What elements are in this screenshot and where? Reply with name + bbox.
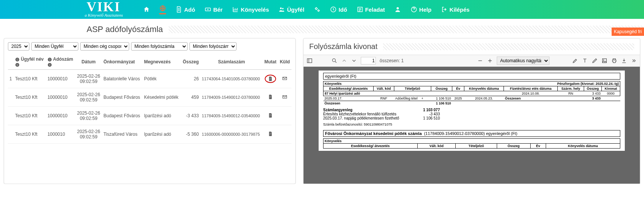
page-number-input[interactable] [361, 57, 376, 64]
svg-point-13 [48, 58, 52, 61]
svg-point-9 [397, 7, 399, 9]
th-ugyfel[interactable]: Ügyfél név [14, 54, 46, 70]
th-megn[interactable]: Megnevezés [142, 54, 181, 70]
svg-rect-19 [603, 59, 607, 63]
clock-icon [330, 6, 337, 13]
penzforgalom-label: Pénzforgalom (kivonat: 2025.02.24.-ig) [557, 82, 619, 86]
cell-kuld [278, 107, 291, 125]
col-osszeg: Összeg [431, 86, 452, 91]
kapuseged-badge[interactable]: Kapusegéd fri [612, 28, 644, 36]
search-icon[interactable] [331, 58, 337, 64]
table-row[interactable]: Teszt10 Kft10000102025-02-2609:02:59Tisz… [8, 125, 291, 144]
table-row[interactable]: 1Teszt10 Kft100000102025-02-2609:02:59Ba… [8, 70, 291, 88]
records-table: Ügyfél név Adószám Dátum Önkormányzat Me… [8, 54, 291, 144]
text-icon[interactable] [582, 58, 588, 64]
cell-datum: 2025-02-2609:02:59 [75, 125, 102, 144]
more-icon[interactable] [631, 58, 637, 64]
th-datum[interactable]: Dátum [75, 54, 102, 70]
account2-header: Fővárosi Önkormányzat késedelmi pótlék s… [323, 130, 620, 137]
help-icon [411, 6, 417, 13]
col-valt: Vált. kód [374, 86, 394, 91]
globe-icon [159, 5, 166, 12]
filter-row: 2025 Minden Ügyfél Minden cég csoport Mi… [8, 42, 291, 51]
svg-point-4 [282, 8, 284, 9]
cell-idx [8, 88, 14, 107]
mail-icon[interactable] [282, 94, 287, 100]
cell-megn: Késedelmi pótlék [142, 88, 181, 107]
cell-osszeg: 459 [181, 88, 200, 107]
cell-adoszam: 10000010 [46, 88, 75, 107]
cell-idx [8, 125, 14, 144]
cell-szamla: 11784009-15490012-03780000 [200, 88, 263, 107]
cell-osszeg: -5 360 [181, 125, 200, 144]
document-icon[interactable] [268, 113, 273, 118]
filter-cegsoport[interactable]: Minden cég csoport [80, 42, 129, 51]
svg-point-2 [208, 9, 209, 10]
filter-ugyfel[interactable]: Minden Ügyfél [31, 42, 78, 51]
cell-datum: 2025-02-2609:02:59 [75, 70, 102, 88]
image-icon[interactable] [601, 58, 607, 64]
nav-ugyfel[interactable]: Ügyfél [278, 6, 304, 13]
zoom-in-icon[interactable] [487, 58, 493, 64]
svg-point-12 [15, 63, 19, 67]
cell-osszeg: 26 [181, 70, 200, 88]
nav-settings[interactable] [314, 6, 320, 13]
nav-ado[interactable]: Adó [175, 6, 195, 13]
nav-feladat-label: Feladat [365, 6, 385, 13]
th-index [8, 54, 14, 70]
filter-year[interactable]: 2025 [8, 42, 29, 51]
logo-subtitle: a Könyvelő Asszisztens [85, 13, 123, 17]
document-icon[interactable] [268, 131, 273, 136]
table-row[interactable]: Teszt10 Kft100000102025-02-2609:02:59Bud… [8, 107, 291, 125]
zoom-select[interactable]: Automatikus nagyítás [497, 57, 549, 65]
nav-ido[interactable]: Idő [330, 6, 347, 13]
document-icon[interactable] [268, 94, 273, 100]
pdf-viewport[interactable]: egyenlegéről (Ft) Könyvelés Pénzforgalom… [304, 67, 640, 184]
print-icon[interactable] [611, 58, 617, 64]
th-szamla[interactable]: Számlaszám [200, 54, 263, 70]
nav-ber[interactable]: Bér [204, 6, 223, 13]
filter-folyoszamla-2[interactable]: Minden folyószámla [189, 42, 237, 51]
user-icon [394, 6, 401, 13]
svg-point-6 [318, 10, 319, 11]
sidebar-toggle-icon[interactable] [307, 58, 313, 64]
nav-feladat[interactable]: Feladat [357, 6, 385, 13]
th-onk[interactable]: Önkormányzat [102, 54, 143, 70]
page-total: összesen: 1 [380, 58, 404, 63]
nav-globe[interactable] [159, 5, 166, 14]
cell-onk: Balatonlelle Város [102, 70, 143, 88]
cell-ugyfel: Teszt10 Kft [14, 125, 46, 144]
highlight-icon[interactable] [572, 58, 578, 64]
nav-home[interactable] [143, 6, 150, 13]
cell-megn: Iparűzési adó [142, 107, 181, 125]
nav-user[interactable] [394, 6, 401, 13]
document-icon[interactable] [268, 76, 273, 81]
col-esed: Esedékesség/ átvezetés [324, 86, 374, 91]
filter-folyoszamla-1[interactable]: Minden folyószámla [131, 42, 188, 51]
nav-logout[interactable]: Kilépés [441, 6, 470, 13]
th-osszeg[interactable]: Összeg [181, 54, 200, 70]
mail-icon[interactable] [282, 76, 287, 81]
download-icon[interactable] [621, 58, 627, 64]
table-row[interactable]: Teszt10 Kft100000102025-02-2609:02:59Bud… [8, 88, 291, 107]
cell-mutat [263, 88, 278, 107]
cell-ugyfel: Teszt10 Kft [14, 107, 46, 125]
svg-point-18 [333, 59, 336, 62]
draw-icon[interactable] [592, 58, 598, 64]
chevron-down-icon[interactable] [351, 58, 357, 64]
th-adoszam[interactable]: Adószám [46, 54, 75, 70]
logo-text: VIKI [87, 0, 123, 14]
cell-osszeg: -3 433 [181, 107, 200, 125]
svg-point-5 [316, 8, 317, 10]
nav-konyveles[interactable]: Könyvelés [232, 6, 269, 13]
cell-adoszam: 10000010 [46, 107, 75, 125]
chevron-up-icon[interactable] [341, 58, 347, 64]
cell-kuld [278, 70, 291, 88]
th-kuld: Küld [278, 54, 291, 70]
cell-datum: 2025-02-2609:02:59 [75, 88, 102, 107]
col-szarm: Szárm. hely [558, 86, 584, 91]
money-icon [204, 6, 211, 13]
zoom-out-icon[interactable] [477, 58, 483, 64]
cell-onk: Tiszafüred Város [102, 125, 143, 144]
nav-help[interactable]: Help [411, 6, 432, 13]
